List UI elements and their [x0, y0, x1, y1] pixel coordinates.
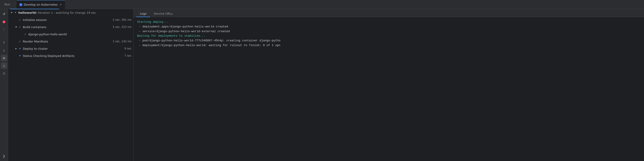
- task-item-status-checking[interactable]: ✦Status Checking Deployed Artifacts7 sec: [8, 52, 133, 59]
- status-icon-spin: ✦: [18, 47, 22, 51]
- task-item-helloworld[interactable]: ▼✦helloworld: Iteration 1 - watching for…: [8, 9, 133, 16]
- spinner-icon: ✦: [14, 11, 16, 14]
- task-item-deploy-cluster[interactable]: ▶✦Deploy to cluster9 sec: [8, 45, 133, 52]
- task-panel: ▼✦helloworld: Iteration 1 - watching for…: [8, 9, 134, 161]
- chevron-icon[interactable]: ▼: [10, 11, 14, 14]
- log-line: - pod/django-python-hello-world-777c5468…: [137, 38, 640, 43]
- check-icon: ✓: [19, 25, 21, 29]
- left-toolbar: ↺ ■ ⋮ ↑ ↓ ≡ ⤓ ⎙ ❯: [0, 9, 8, 161]
- chevron-icon[interactable]: [14, 54, 18, 58]
- log-content: Starting deploy... - deployment.apps/dja…: [134, 17, 644, 161]
- expand-button[interactable]: ❯: [1, 153, 7, 159]
- check-icon: ✓: [19, 40, 21, 43]
- check-icon: ✓: [24, 33, 27, 36]
- log-line: - service/django-python-hello-world-exte…: [137, 29, 640, 34]
- task-time: 7 sec: [124, 54, 132, 57]
- print-button[interactable]: ⎙: [1, 70, 7, 76]
- task-label: Render Manifests: [23, 40, 111, 43]
- task-time: 9 sec: [124, 47, 132, 50]
- tab-run[interactable]: Run: [2, 0, 13, 9]
- spinner-icon: ✦: [19, 54, 21, 57]
- status-icon-check: ✓: [18, 18, 22, 22]
- log-line: - deployment.apps/django-python-hello-wo…: [137, 25, 640, 29]
- tab-logs[interactable]: Logs: [136, 11, 150, 17]
- task-time: 1 sec, 142 ms: [113, 40, 132, 43]
- task-item-django-app[interactable]: ✓django-python-hello-world: [8, 31, 133, 38]
- task-item-init-session[interactable]: ✓Initialize session2 sec, 581 ms: [8, 16, 133, 23]
- task-item-build-containers[interactable]: ▼✓Build containers5 sec, 323 ms: [8, 23, 133, 31]
- more-button[interactable]: ⋮: [1, 26, 7, 32]
- filter-button[interactable]: ≡: [1, 55, 7, 61]
- chevron-icon[interactable]: [14, 18, 18, 22]
- log-line: Waiting for deployments to stabilize...: [137, 34, 640, 38]
- chevron-icon[interactable]: [14, 40, 18, 43]
- log-panel: Logs Service URLs Starting deploy... - d…: [134, 9, 644, 161]
- tab-close-button[interactable]: ×: [59, 3, 62, 6]
- status-icon-spin: ✦: [18, 54, 22, 58]
- scroll-up-button[interactable]: ↑: [1, 40, 7, 46]
- tab-develop-kubernetes[interactable]: Develop on Kubernetes ×: [16, 0, 65, 9]
- log-tabs: Logs Service URLs: [134, 9, 644, 17]
- chevron-icon[interactable]: [20, 32, 23, 36]
- task-label: django-python-hello-world: [28, 33, 132, 36]
- stop-button[interactable]: ■: [1, 19, 7, 25]
- status-icon-check: ✓: [18, 25, 22, 29]
- task-time: 2 sec, 581 ms: [113, 18, 132, 21]
- log-line: Starting deploy...: [137, 20, 640, 25]
- tab-active-label: Develop on Kubernetes: [24, 3, 58, 6]
- main-content: ↺ ■ ⋮ ↑ ↓ ≡ ⤓ ⎙ ❯ ▼✦helloworld: Iteratio…: [0, 9, 644, 161]
- kubernetes-icon: [19, 3, 22, 6]
- task-time: 5 sec, 323 ms: [113, 25, 132, 29]
- spinner-icon: ✦: [19, 47, 21, 50]
- progress-bar: [10, 9, 59, 9]
- task-label: Deploy to cluster: [23, 47, 122, 50]
- task-label: Status Checking Deployed Artifacts: [23, 54, 122, 58]
- task-label: Initialize session: [23, 18, 111, 22]
- tab-service-urls[interactable]: Service URLs: [150, 11, 176, 17]
- status-icon-check: ✓: [23, 32, 27, 36]
- chevron-icon[interactable]: ▼: [14, 25, 18, 29]
- status-icon-spin: ✦: [14, 11, 18, 15]
- tab-bar: Run Develop on Kubernetes ×: [0, 0, 644, 9]
- task-item-render-manifests[interactable]: ✓Render Manifests1 sec, 142 ms: [8, 38, 133, 45]
- scroll-down-button[interactable]: ↓: [1, 47, 7, 53]
- task-label: Build containers: [23, 25, 111, 29]
- status-icon-check: ✓: [18, 39, 22, 43]
- scroll-end-button[interactable]: ⤓: [1, 62, 7, 69]
- chevron-icon[interactable]: ▶: [14, 47, 18, 50]
- panel: ▼✦helloworld: Iteration 1 - watching for…: [8, 9, 644, 161]
- tab-divider: [14, 2, 15, 7]
- task-label: helloworld: Iteration 1 - watching for c…: [18, 11, 132, 14]
- log-line: - deployment/django-python-hello-world: …: [137, 43, 640, 48]
- check-icon: ✓: [19, 18, 21, 22]
- refresh-button[interactable]: ↺: [1, 11, 7, 17]
